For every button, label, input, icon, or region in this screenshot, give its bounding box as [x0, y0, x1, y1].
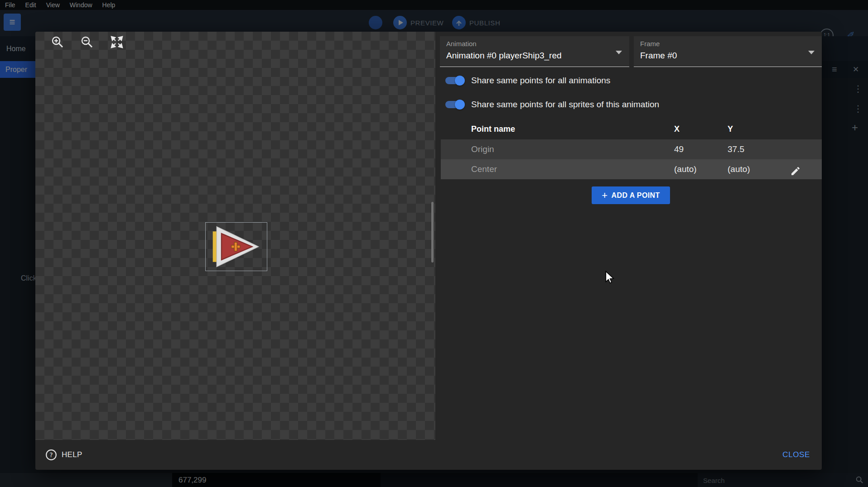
- add-point-label: ADD A POINT: [612, 191, 660, 200]
- mouse-cursor: [605, 271, 615, 284]
- edit-points-dialog: Animation Animation #0 playerShip3_red F…: [35, 32, 822, 470]
- zoom-out-icon[interactable]: [80, 35, 94, 49]
- chevron-down-icon: [616, 51, 622, 54]
- point-x-value[interactable]: (auto): [674, 159, 697, 179]
- point-name: Origin: [471, 139, 494, 159]
- help-label: HELP: [62, 450, 82, 459]
- canvas-scrollbar[interactable]: [431, 202, 434, 263]
- animation-select-label: Animation: [446, 40, 477, 48]
- plus-icon: +: [602, 191, 608, 201]
- point-y-value[interactable]: (auto): [728, 159, 750, 179]
- point-name: Center: [471, 159, 497, 179]
- zoom-in-icon[interactable]: [50, 35, 65, 49]
- sprite-frame[interactable]: [205, 222, 267, 271]
- toggle-label: Share same points for all sprites of thi…: [471, 100, 659, 110]
- table-row-origin[interactable]: Origin 49 37.5: [441, 139, 822, 159]
- fit-view-icon[interactable]: [110, 35, 124, 49]
- point-y-value[interactable]: 37.5: [728, 139, 744, 159]
- column-point-name: Point name: [471, 119, 515, 139]
- frame-select-value: Frame #0: [640, 51, 677, 61]
- dialog-footer: ? HELP CLOSE: [35, 440, 822, 470]
- pencil-icon: [790, 166, 801, 177]
- table-row-center[interactable]: Center (auto) (auto): [441, 159, 822, 179]
- edit-point-button[interactable]: [790, 164, 801, 175]
- point-x-value[interactable]: 49: [674, 139, 684, 159]
- animation-select[interactable]: Animation Animation #0 playerShip3_red: [440, 36, 629, 67]
- share-points-sprites-row: Share same points for all sprites of thi…: [445, 100, 659, 110]
- sprite-preview-canvas[interactable]: [35, 32, 435, 440]
- animation-select-value: Animation #0 playerShip3_red: [446, 51, 562, 61]
- chevron-down-icon: [808, 51, 815, 54]
- points-table-header: Point name X Y: [441, 119, 822, 139]
- question-circle-icon: ?: [45, 449, 57, 461]
- toggle-label: Share same points for all animations: [471, 76, 610, 86]
- share-points-animations-row: Share same points for all animations: [445, 76, 610, 86]
- frame-select[interactable]: Frame Frame #0: [634, 36, 822, 67]
- share-points-all-animations-toggle[interactable]: [445, 77, 463, 84]
- frame-select-label: Frame: [640, 40, 660, 48]
- column-x: X: [674, 119, 680, 139]
- column-y: Y: [728, 119, 733, 139]
- add-point-button[interactable]: + ADD A POINT: [592, 186, 670, 204]
- close-button[interactable]: CLOSE: [782, 440, 810, 470]
- share-points-all-sprites-toggle[interactable]: [445, 101, 463, 108]
- player-ship-sprite: [206, 223, 267, 271]
- help-button[interactable]: ? HELP: [45, 440, 82, 470]
- svg-text:?: ?: [49, 451, 53, 458]
